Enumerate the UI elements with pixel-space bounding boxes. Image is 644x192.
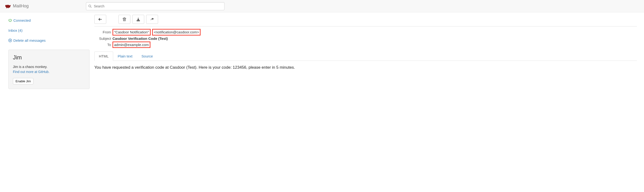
x-circle-icon (8, 39, 12, 42)
tab-plain[interactable]: Plain text (113, 51, 137, 61)
share-icon (150, 17, 154, 21)
back-button[interactable] (94, 15, 106, 24)
brand-link[interactable]: MailHog (5, 3, 29, 8)
from-email: <notification@casdoor.com> (152, 29, 201, 35)
svg-line-1 (90, 7, 92, 8)
svg-point-0 (88, 5, 91, 7)
status-label: Connected (13, 18, 31, 22)
pig-icon (5, 4, 11, 8)
power-icon (8, 19, 12, 22)
search-input[interactable] (86, 2, 224, 10)
arrow-left-icon (98, 17, 102, 21)
search-box (86, 2, 224, 10)
jim-panel: Jim Jim is a chaos monkey. Find out more… (8, 50, 90, 89)
brand-text: MailHog (13, 3, 29, 8)
release-button[interactable] (146, 15, 158, 24)
subject-label: Subject (94, 36, 111, 40)
tab-source[interactable]: Source (137, 51, 158, 61)
connection-status[interactable]: Connected (8, 18, 84, 22)
message-tabs: HTML Plain text Source (94, 51, 637, 61)
to-label: To (94, 43, 111, 47)
delete-all-link[interactable]: Delete all messages (8, 38, 84, 42)
message-headers: From "Casdoor Notification" <notificatio… (94, 29, 637, 48)
inbox-label: Inbox (4) (8, 28, 22, 32)
from-name: "Casdoor Notification" (112, 29, 151, 35)
search-icon (88, 4, 92, 8)
trash-icon (122, 17, 126, 21)
sidebar: Connected Inbox (4) Delete all messages … (0, 12, 88, 94)
jim-title: Jim (13, 54, 85, 61)
download-icon (136, 17, 140, 21)
main-content: From "Casdoor Notification" <notificatio… (88, 12, 644, 94)
inbox-link[interactable]: Inbox (4) (8, 28, 84, 32)
delete-button[interactable] (118, 15, 130, 24)
download-button[interactable] (132, 15, 144, 24)
message-toolbar (94, 15, 637, 24)
navbar: MailHog (0, 0, 644, 12)
jim-desc: Jim is a chaos monkey. (13, 65, 47, 69)
subject-value: Casdoor Verification Code (Test) (112, 36, 168, 40)
divider (94, 26, 637, 26)
delete-all-label: Delete all messages (13, 38, 46, 42)
jim-github-link[interactable]: Find out more at GitHub. (13, 70, 50, 74)
to-value: admin@example.com (112, 41, 150, 48)
message-body: You have requested a verification code a… (94, 64, 637, 71)
tab-html[interactable]: HTML (94, 51, 113, 61)
from-label: From (94, 30, 111, 34)
enable-jim-button[interactable]: Enable Jim (13, 78, 34, 84)
